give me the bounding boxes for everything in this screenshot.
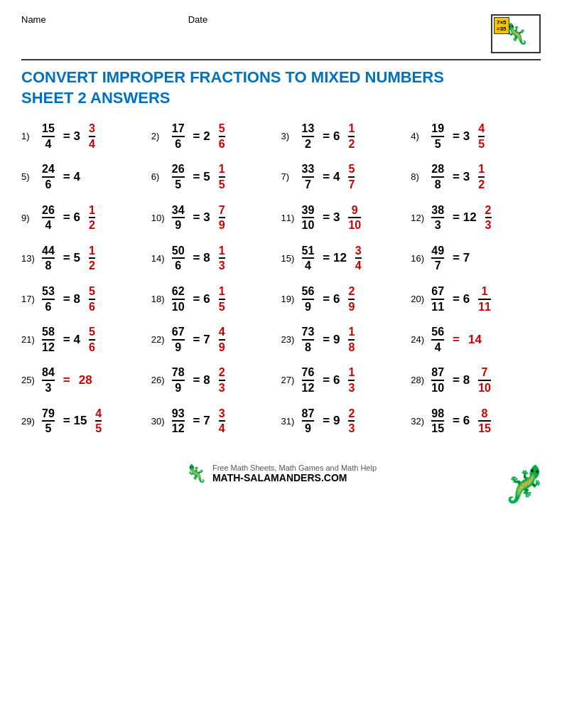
equals-sign: = 3 bbox=[193, 210, 210, 225]
improper-fraction: 879 bbox=[302, 407, 315, 435]
equals-sign: = 3 bbox=[63, 129, 80, 144]
answer-fraction: 29 bbox=[348, 285, 355, 313]
problem-cell: 4)195= 345 bbox=[411, 122, 541, 150]
improper-fraction: 265 bbox=[172, 163, 185, 191]
improper-fraction: 7612 bbox=[302, 366, 315, 394]
improper-fraction: 564 bbox=[431, 326, 444, 353]
answer-fraction: 12 bbox=[89, 245, 95, 272]
problem-cell: 13)448= 512 bbox=[21, 245, 151, 272]
equals-sign: = 7 bbox=[453, 251, 470, 265]
equals-sign: = 15 bbox=[63, 414, 87, 428]
footer: 🦎 Free Math Sheets, Math Games and Math … bbox=[21, 464, 541, 483]
problem-cell: 5)246= 4 bbox=[21, 163, 151, 191]
equals-sign: = 7 bbox=[193, 333, 210, 347]
problem-cell: 26)789= 823 bbox=[151, 366, 281, 394]
answer-fraction: 34 bbox=[219, 407, 225, 435]
problem-number: 31) bbox=[281, 416, 297, 427]
improper-fraction: 154 bbox=[42, 122, 55, 150]
answer-fraction: 34 bbox=[355, 245, 362, 272]
problem-number: 24) bbox=[411, 334, 426, 345]
problem-cell: 14)506= 813 bbox=[151, 245, 281, 272]
page-title: CONVERT IMPROPER FRACTIONS TO MIXED NUMB… bbox=[21, 68, 541, 108]
improper-fraction: 569 bbox=[302, 285, 315, 313]
equals-sign: = bbox=[63, 373, 70, 387]
improper-fraction: 738 bbox=[302, 326, 315, 353]
problem-number: 32) bbox=[411, 416, 426, 427]
answer-fraction: 815 bbox=[478, 407, 491, 435]
problem-cell: 32)9815= 6815 bbox=[411, 407, 541, 435]
improper-fraction: 448 bbox=[42, 245, 55, 272]
equals-sign: = 8 bbox=[453, 373, 470, 387]
footer-logo: MATH-SALAMANDERS.COM bbox=[212, 472, 377, 483]
answer-fraction: 49 bbox=[219, 326, 225, 353]
answer-fraction: 34 bbox=[89, 122, 95, 150]
equals-sign: = 8 bbox=[63, 292, 80, 306]
answer-fraction: 18 bbox=[348, 326, 355, 353]
logo-box: 7×5=35 🦎 bbox=[491, 14, 541, 53]
improper-fraction: 383 bbox=[431, 204, 444, 232]
header: Name Date 7×5=35 🦎 bbox=[21, 14, 541, 53]
answer-fraction: 23 bbox=[485, 204, 492, 232]
answer-fraction: 111 bbox=[478, 285, 491, 313]
equals-sign: = 12 bbox=[453, 210, 477, 225]
improper-fraction: 3910 bbox=[302, 204, 315, 232]
problem-cell: 29)795= 1545 bbox=[21, 407, 151, 435]
improper-fraction: 795 bbox=[42, 407, 55, 435]
answer-fraction: 45 bbox=[478, 122, 485, 150]
footer-text: Free Math Sheets, Math Games and Math He… bbox=[212, 464, 377, 472]
problem-number: 3) bbox=[281, 131, 297, 141]
name-label: Name bbox=[21, 14, 46, 25]
answer-fraction: 12 bbox=[478, 163, 485, 191]
problem-cell: 24)564=14 bbox=[411, 326, 541, 353]
problem-number: 30) bbox=[151, 416, 167, 427]
problem-cell: 30)9312= 734 bbox=[151, 407, 281, 435]
problem-number: 22) bbox=[151, 334, 167, 345]
improper-fraction: 132 bbox=[302, 122, 315, 150]
answer-fraction: 56 bbox=[89, 285, 95, 313]
improper-fraction: 6210 bbox=[172, 285, 185, 313]
improper-fraction: 6711 bbox=[431, 285, 444, 313]
answer-fraction: 23 bbox=[219, 366, 225, 394]
problem-cell: 17)536= 856 bbox=[21, 285, 151, 313]
problem-number: 25) bbox=[21, 375, 37, 385]
problem-cell: 7)337= 457 bbox=[281, 163, 411, 191]
problem-number: 26) bbox=[151, 375, 167, 385]
problem-number: 19) bbox=[281, 294, 297, 304]
problem-number: 28) bbox=[411, 375, 426, 385]
answer-fraction: 910 bbox=[348, 204, 361, 232]
problem-cell: 18)6210= 615 bbox=[151, 285, 281, 313]
problem-number: 23) bbox=[281, 334, 297, 345]
problem-number: 13) bbox=[21, 253, 37, 264]
equals-sign: = 7 bbox=[193, 414, 210, 428]
improper-fraction: 246 bbox=[42, 163, 55, 191]
answer-fraction: 79 bbox=[219, 204, 225, 232]
problem-cell: 3)132= 612 bbox=[281, 122, 411, 150]
problem-number: 20) bbox=[411, 294, 426, 304]
problem-row-2: 5)246= 46)265= 5157)337= 4578)288= 312 bbox=[21, 163, 541, 191]
equals-sign: = 9 bbox=[323, 333, 340, 347]
improper-fraction: 789 bbox=[172, 366, 185, 394]
problem-row-5: 17)536= 85618)6210= 61519)569= 62920)671… bbox=[21, 285, 541, 313]
problem-cell: 23)738= 918 bbox=[281, 326, 411, 353]
problem-cell: 12)383= 1223 bbox=[411, 204, 541, 232]
problem-number: 14) bbox=[151, 253, 167, 264]
problem-number: 21) bbox=[21, 334, 37, 345]
problem-cell: 2)176= 256 bbox=[151, 122, 281, 150]
problem-cell: 6)265= 515 bbox=[151, 163, 281, 191]
answer-fraction: 57 bbox=[348, 163, 355, 191]
problem-number: 17) bbox=[21, 294, 37, 304]
answer-fraction: 710 bbox=[478, 366, 491, 394]
improper-fraction: 349 bbox=[172, 204, 185, 232]
problem-cell: 20)6711= 6111 bbox=[411, 285, 541, 313]
problem-cell: 15)514= 1234 bbox=[281, 245, 411, 272]
problem-number: 12) bbox=[411, 213, 426, 223]
problem-number: 1) bbox=[21, 131, 37, 141]
equals-sign: = 6 bbox=[63, 210, 80, 225]
equals-sign: = 8 bbox=[193, 251, 210, 265]
improper-fraction: 264 bbox=[42, 204, 55, 232]
problem-number: 6) bbox=[151, 171, 167, 182]
answer-fraction: 13 bbox=[348, 366, 355, 394]
problem-cell: 10)349= 379 bbox=[151, 204, 281, 232]
equals-sign: = 4 bbox=[323, 170, 340, 184]
problems-grid: 1)154= 3342)176= 2563)132= 6124)195= 345… bbox=[21, 122, 541, 435]
